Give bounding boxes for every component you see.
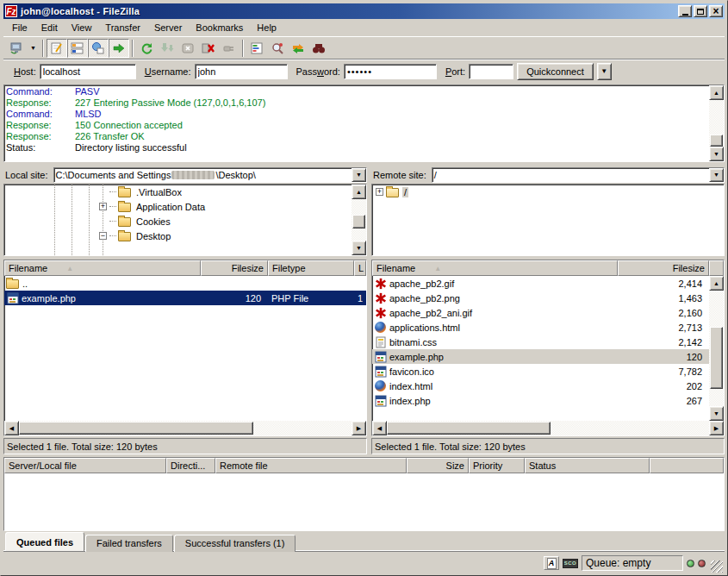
toggle-message-log-button[interactable] [47, 39, 67, 58]
local-site-combo[interactable]: C:\Documents and Settings\Desktop\ ▼ [53, 167, 367, 183]
scroll-right-icon[interactable]: ▶ [352, 421, 366, 435]
tree-item[interactable]: + .VirtualBox [4, 185, 352, 199]
file-row[interactable]: index.html 202 [372, 379, 709, 393]
remote-site-combo-button[interactable]: ▼ [709, 168, 724, 182]
app-icon[interactable]: Fz [5, 5, 17, 17]
close-button[interactable]: × [709, 5, 723, 17]
cancel-operation-button[interactable] [177, 39, 198, 58]
scroll-track[interactable] [352, 199, 366, 215]
scroll-thumb[interactable] [387, 422, 551, 435]
remote-site-combo[interactable]: / ▼ [432, 167, 725, 183]
column-header-filesize[interactable]: Filesize [201, 260, 268, 276]
file-row[interactable]: example.php 120 PHP File 1 [4, 291, 366, 305]
minimize-button[interactable] [678, 5, 692, 17]
file-row[interactable]: index.php 267 [372, 393, 709, 408]
local-tree-scrollbar[interactable]: ▲ ▼ [352, 185, 366, 255]
file-row[interactable]: apache_pb2.gif 2,414 [372, 276, 709, 291]
file-row[interactable]: bitnami.css 2,142 [372, 335, 709, 349]
toggle-local-tree-button[interactable] [67, 39, 88, 58]
tree-item[interactable]: + Cookies [4, 214, 352, 229]
reconnect-button[interactable] [219, 39, 240, 58]
directory-comparison-button[interactable] [267, 39, 288, 58]
find-files-button[interactable] [308, 39, 329, 58]
file-row[interactable]: applications.html 2,713 [372, 320, 709, 335]
column-header-size[interactable]: Size [407, 458, 469, 473]
menu-view[interactable]: View [65, 21, 99, 34]
quickconnect-dropdown[interactable]: ▼ [597, 63, 612, 80]
quickconnect-button[interactable]: Quickconnect [517, 63, 594, 80]
scroll-track[interactable] [253, 421, 352, 435]
tree-item[interactable]: + / [372, 185, 724, 199]
host-input[interactable] [40, 64, 136, 79]
refresh-button[interactable] [136, 39, 157, 58]
site-manager-dropdown[interactable]: ▼ [27, 39, 40, 58]
menu-bookmarks[interactable]: Bookmarks [189, 21, 250, 34]
synchronized-browsing-button[interactable] [288, 39, 308, 58]
remote-hscrollbar[interactable]: ◀ ▶ [372, 421, 724, 435]
file-row[interactable]: .. [4, 276, 366, 291]
username-input[interactable] [195, 64, 288, 79]
column-header-filesize[interactable]: Filesize [618, 260, 709, 276]
scroll-up-icon[interactable]: ▲ [352, 185, 366, 199]
scroll-left-icon[interactable]: ◀ [372, 421, 387, 435]
expand-minus-icon[interactable]: − [99, 232, 107, 240]
menu-help[interactable]: Help [250, 21, 283, 34]
tab-queued-files[interactable]: Queued files [5, 532, 84, 551]
scroll-down-icon[interactable]: ▼ [709, 406, 724, 421]
scroll-right-icon[interactable]: ▶ [709, 421, 724, 435]
file-row[interactable]: example.php 120 [372, 349, 709, 364]
scroll-track[interactable] [709, 100, 724, 135]
tree-item[interactable]: − Desktop [4, 229, 352, 243]
column-header-priority[interactable]: Priority [469, 458, 525, 473]
column-header-server-local-file[interactable]: Server/Local file [4, 458, 166, 473]
tree-item[interactable]: + Application Data [4, 199, 352, 214]
scroll-track[interactable] [551, 421, 709, 435]
scroll-thumb[interactable] [19, 422, 253, 435]
column-header-status[interactable]: Status [525, 458, 650, 473]
local-site-combo-button[interactable]: ▼ [352, 168, 366, 182]
menu-edit[interactable]: Edit [34, 21, 65, 34]
scroll-left-icon[interactable]: ◀ [4, 421, 19, 435]
column-header-filename[interactable]: Filename▲ [4, 260, 201, 276]
file-row[interactable]: favicon.ico 7,782 [372, 364, 709, 379]
scroll-track[interactable] [352, 229, 366, 241]
local-hscrollbar[interactable]: ◀ ▶ [4, 421, 366, 435]
password-input[interactable] [344, 64, 437, 79]
disconnect-button[interactable] [198, 39, 219, 58]
menu-transfer[interactable]: Transfer [98, 21, 147, 34]
scroll-up-icon[interactable]: ▲ [709, 85, 724, 100]
scroll-thumb[interactable] [352, 215, 365, 229]
column-header-modified[interactable]: L [354, 260, 366, 276]
expand-plus-icon[interactable]: + [376, 188, 383, 196]
toggle-transfer-queue-button[interactable] [109, 39, 129, 58]
expand-plus-icon[interactable]: + [99, 203, 107, 210]
scroll-thumb[interactable] [710, 327, 723, 389]
file-row[interactable]: apache_pb2_ani.gif 2,160 [372, 305, 709, 320]
remote-list-scrollbar[interactable]: ▲ ▼ [709, 276, 724, 421]
scroll-down-icon[interactable]: ▼ [709, 147, 724, 161]
ascii-datatype-icon[interactable]: A [544, 556, 559, 570]
site-manager-button[interactable] [6, 39, 27, 58]
scroll-thumb[interactable] [710, 135, 723, 147]
column-header-filename[interactable]: Filename▲ [372, 260, 618, 276]
tab-successful-transfers[interactable]: Successful transfers (1) [174, 535, 296, 552]
resize-grip[interactable] [711, 560, 723, 573]
process-queue-button[interactable] [157, 39, 177, 58]
column-header-direction[interactable]: Directi... [166, 458, 215, 473]
port-input[interactable] [469, 64, 513, 79]
title-bar[interactable]: Fz john@localhost - FileZilla × [3, 3, 725, 19]
column-header-filetype[interactable]: Filetype [268, 260, 354, 276]
scroll-track[interactable] [709, 389, 724, 406]
maximize-button[interactable] [694, 5, 707, 17]
tab-failed-transfers[interactable]: Failed transfers [85, 535, 173, 552]
log-scrollbar[interactable]: ▲ ▼ [709, 85, 724, 161]
file-row[interactable]: apache_pb2.png 1,463 [372, 291, 709, 305]
menu-server[interactable]: Server [147, 21, 189, 34]
scroll-down-icon[interactable]: ▼ [352, 241, 366, 255]
filter-button[interactable] [246, 39, 267, 58]
column-header-remote-file[interactable]: Remote file [215, 458, 407, 473]
menu-file[interactable]: File [5, 21, 34, 34]
toggle-remote-tree-button[interactable] [88, 39, 109, 58]
encryption-indicator-icon[interactable]: SCO [563, 559, 578, 568]
scroll-track[interactable] [709, 291, 724, 327]
